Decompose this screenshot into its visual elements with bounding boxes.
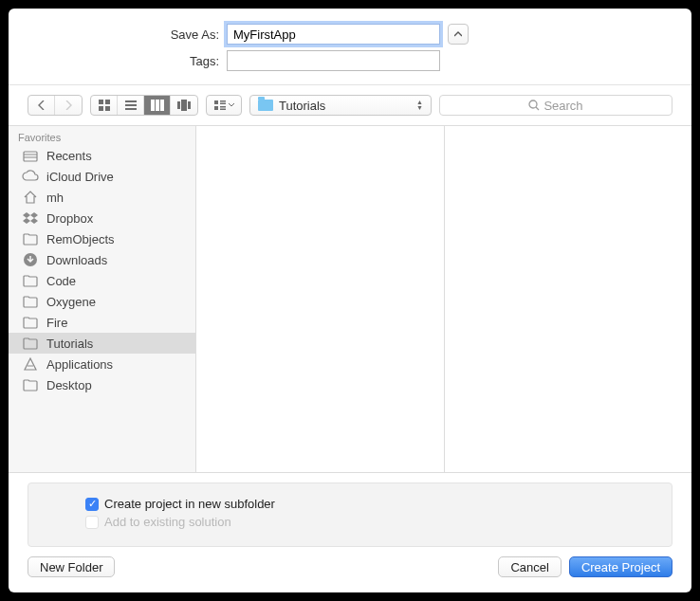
- save-panel: Save As: Tags:: [9, 9, 691, 592]
- cloud-icon: [22, 169, 39, 184]
- svg-rect-0: [99, 100, 103, 104]
- svg-line-20: [536, 107, 539, 110]
- browser: Favorites RecentsiCloud DrivemhDropboxRe…: [9, 125, 691, 473]
- sidebar-item-label: Dropbox: [46, 211, 93, 226]
- svg-rect-12: [188, 101, 191, 109]
- folder-icon: [22, 336, 39, 351]
- sidebar: Favorites RecentsiCloud DrivemhDropboxRe…: [9, 126, 196, 472]
- create-subfolder-label: Create project in new subfolder: [104, 497, 275, 511]
- sidebar-item-oxygene[interactable]: Oxygene: [9, 291, 195, 312]
- dropbox-icon: [22, 210, 39, 226]
- sidebar-item-downloads[interactable]: Downloads: [9, 249, 195, 270]
- tags-label: Tags:: [28, 54, 227, 68]
- sidebar-header: Favorites: [9, 126, 195, 145]
- sidebar-item-icloud-drive[interactable]: iCloud Drive: [9, 166, 195, 187]
- create-subfolder-row[interactable]: ✓ Create project in new subfolder: [85, 497, 653, 511]
- svg-rect-15: [220, 103, 226, 105]
- create-subfolder-checkbox[interactable]: ✓: [85, 498, 99, 511]
- svg-rect-21: [24, 152, 37, 161]
- folder-icon: [22, 315, 39, 330]
- tags-row: Tags:: [28, 50, 672, 71]
- folder-icon: [22, 273, 39, 288]
- svg-rect-3: [105, 106, 110, 111]
- column-view-icon: [151, 100, 164, 111]
- sidebar-item-label: mh: [46, 191, 64, 205]
- sidebar-item-desktop[interactable]: Desktop: [9, 374, 195, 395]
- column-1[interactable]: [196, 126, 445, 472]
- tags-input[interactable]: [227, 50, 440, 71]
- svg-rect-4: [125, 100, 137, 102]
- folder-icon: [22, 294, 39, 309]
- search-placeholder: Search: [543, 99, 582, 113]
- svg-rect-8: [156, 100, 159, 111]
- sidebar-item-label: RemObjects: [46, 232, 115, 246]
- view-list-button[interactable]: [118, 96, 144, 115]
- back-button[interactable]: [28, 96, 55, 115]
- group-by-button[interactable]: [206, 95, 242, 116]
- chevron-right-icon: [64, 100, 72, 110]
- cancel-button[interactable]: Cancel: [498, 556, 561, 577]
- options-box: ✓ Create project in new subfolder Add to…: [28, 483, 672, 547]
- sidebar-item-label: Fire: [46, 316, 67, 330]
- add-existing-checkbox: [85, 516, 99, 529]
- save-as-row: Save As:: [28, 24, 672, 45]
- save-as-label: Save As:: [28, 27, 227, 42]
- svg-rect-16: [214, 106, 218, 110]
- svg-rect-14: [220, 100, 226, 102]
- group-icon: [214, 100, 226, 110]
- coverflow-view-icon: [177, 100, 191, 111]
- chevron-left-icon: [38, 100, 46, 110]
- toolbar: Tutorials ▲▼ Search: [9, 85, 691, 125]
- sidebar-item-applications[interactable]: Applications: [9, 354, 195, 374]
- save-as-input[interactable]: [227, 24, 440, 45]
- add-existing-row: Add to existing solution: [85, 515, 653, 529]
- updown-icon: ▲▼: [416, 100, 423, 111]
- svg-rect-18: [220, 109, 226, 111]
- svg-rect-2: [99, 106, 103, 111]
- svg-rect-10: [177, 101, 180, 109]
- sidebar-item-label: Code: [46, 274, 76, 288]
- svg-rect-17: [220, 106, 226, 108]
- sidebar-item-label: Applications: [46, 357, 113, 372]
- sidebar-item-dropbox[interactable]: Dropbox: [9, 208, 195, 228]
- sidebar-item-recents[interactable]: Recents: [9, 145, 195, 166]
- svg-rect-6: [125, 108, 137, 110]
- footer: New Folder Cancel Create Project: [9, 547, 691, 592]
- applications-icon: [22, 356, 39, 372]
- sidebar-item-label: iCloud Drive: [46, 170, 114, 184]
- add-existing-label: Add to existing solution: [104, 515, 231, 529]
- folder-icon: [22, 377, 39, 392]
- svg-rect-13: [214, 100, 218, 104]
- search-field[interactable]: Search: [439, 95, 672, 116]
- column-2[interactable]: [445, 126, 692, 472]
- path-label: Tutorials: [279, 99, 325, 113]
- sidebar-item-remobjects[interactable]: RemObjects: [9, 228, 195, 249]
- sidebar-item-fire[interactable]: Fire: [9, 312, 195, 333]
- chevron-down-icon: [229, 103, 234, 107]
- nav-back-forward: [28, 95, 83, 116]
- view-icon-button[interactable]: [91, 96, 118, 115]
- svg-rect-11: [181, 100, 187, 111]
- downloads-icon: [22, 252, 39, 267]
- form-area: Save As: Tags:: [9, 9, 691, 84]
- sidebar-item-code[interactable]: Code: [9, 270, 195, 291]
- svg-rect-1: [105, 100, 110, 104]
- folder-icon: [22, 231, 39, 246]
- new-folder-button[interactable]: New Folder: [28, 556, 115, 577]
- create-project-button[interactable]: Create Project: [569, 556, 672, 577]
- expand-button[interactable]: [448, 24, 469, 45]
- svg-rect-7: [151, 100, 155, 111]
- path-popup[interactable]: Tutorials ▲▼: [249, 95, 432, 116]
- forward-button[interactable]: [55, 96, 82, 115]
- sidebar-item-label: Downloads: [46, 253, 107, 267]
- icon-view-icon: [99, 100, 110, 111]
- search-icon: [528, 100, 540, 111]
- sidebar-item-label: Recents: [46, 149, 92, 163]
- sidebar-item-tutorials[interactable]: Tutorials: [9, 333, 195, 354]
- chevron-up-icon: [454, 31, 462, 37]
- view-column-button[interactable]: [144, 96, 171, 115]
- sidebar-item-label: Tutorials: [46, 337, 93, 351]
- view-coverflow-button[interactable]: [171, 96, 197, 115]
- sidebar-item-mh[interactable]: mh: [9, 187, 195, 208]
- sidebar-item-label: Oxygene: [46, 295, 96, 309]
